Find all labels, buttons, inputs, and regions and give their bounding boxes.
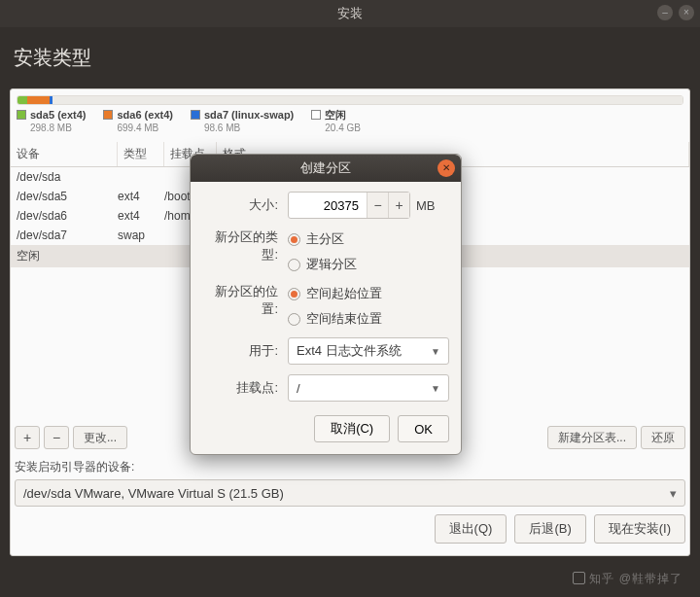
add-partition-button[interactable]: + xyxy=(15,426,40,449)
filesystem-select[interactable]: Ext4 日志文件系统 ▼ xyxy=(288,337,449,365)
watermark: 知乎 @鞋带掉了 xyxy=(573,571,682,587)
radio-off-icon xyxy=(288,313,300,326)
disk-segment xyxy=(18,96,27,104)
remove-partition-button[interactable]: − xyxy=(44,426,69,449)
quit-button[interactable]: 退出(Q) xyxy=(435,514,508,544)
new-partition-table-button[interactable]: 新建分区表... xyxy=(547,426,637,449)
radio-end[interactable]: 空间结束位置 xyxy=(288,310,382,328)
legend-swatch xyxy=(191,110,200,120)
size-decrement-button[interactable]: − xyxy=(367,193,388,218)
legend-swatch xyxy=(311,110,321,120)
size-increment-button[interactable]: + xyxy=(388,193,409,218)
bootloader-device-select[interactable]: /dev/sda VMware, VMware Virtual S (21.5 … xyxy=(15,479,685,507)
chevron-down-icon: ▼ xyxy=(431,346,440,357)
create-partition-dialog: 创建分区 ✕ 大小: − + MB 新分区的类型: 主分区 逻 xyxy=(190,154,462,455)
mount-point-label: 挂载点: xyxy=(202,379,288,397)
window-title: 安装 xyxy=(337,5,363,22)
radio-primary[interactable]: 主分区 xyxy=(288,230,357,248)
back-button[interactable]: 后退(B) xyxy=(514,514,585,544)
size-unit: MB xyxy=(416,198,436,213)
zhihu-icon xyxy=(573,572,585,584)
disk-legend: sda5 (ext4)298.8 MBsda6 (ext4)699.4 MBsd… xyxy=(17,109,683,134)
size-spinbox[interactable]: − + xyxy=(288,192,410,219)
legend-swatch xyxy=(103,110,113,120)
size-label: 大小: xyxy=(202,196,288,214)
radio-off-icon xyxy=(288,259,300,271)
legend-item: sda5 (ext4)298.8 MB xyxy=(17,109,86,134)
legend-swatch xyxy=(17,110,26,120)
dialog-ok-button[interactable]: OK xyxy=(398,415,449,442)
radio-on-icon xyxy=(288,288,300,300)
legend-item: 空闲20.4 GB xyxy=(311,109,361,134)
partition-location-label: 新分区的位置: xyxy=(202,283,288,318)
revert-button[interactable]: 还原 xyxy=(641,426,685,449)
col-device: 设备 xyxy=(11,142,118,166)
size-input[interactable] xyxy=(289,198,367,213)
dialog-title: 创建分区 ✕ xyxy=(191,155,461,182)
disk-usage-bar xyxy=(17,95,683,105)
radio-logical[interactable]: 逻辑分区 xyxy=(288,256,357,273)
col-type: 类型 xyxy=(118,142,164,166)
chevron-down-icon: ▼ xyxy=(431,383,440,394)
mount-point-select[interactable]: / ▼ xyxy=(288,374,449,402)
disk-segment xyxy=(27,96,50,104)
bootloader-device-value: /dev/sda VMware, VMware Virtual S (21.5 … xyxy=(23,486,284,501)
legend-item: sda6 (ext4)699.4 MB xyxy=(103,109,172,134)
minimize-icon[interactable]: – xyxy=(657,5,673,20)
chevron-down-icon: ▾ xyxy=(670,486,677,501)
close-icon[interactable]: × xyxy=(679,5,694,20)
radio-begin[interactable]: 空间起始位置 xyxy=(288,285,382,302)
partition-type-label: 新分区的类型: xyxy=(202,228,288,263)
radio-on-icon xyxy=(288,233,300,246)
page-title: 安装类型 xyxy=(14,45,690,71)
dialog-cancel-button[interactable]: 取消(C) xyxy=(314,415,390,442)
change-partition-button[interactable]: 更改... xyxy=(73,426,127,449)
window-titlebar: 安装 – × xyxy=(0,0,700,27)
legend-item: sda7 (linux-swap)98.6 MB xyxy=(191,109,294,134)
use-as-label: 用于: xyxy=(202,342,288,360)
bootloader-label: 安装启动引导器的设备: xyxy=(15,459,685,475)
dialog-close-icon[interactable]: ✕ xyxy=(438,159,455,177)
disk-segment xyxy=(52,96,682,104)
install-now-button[interactable]: 现在安装(I) xyxy=(594,514,685,544)
